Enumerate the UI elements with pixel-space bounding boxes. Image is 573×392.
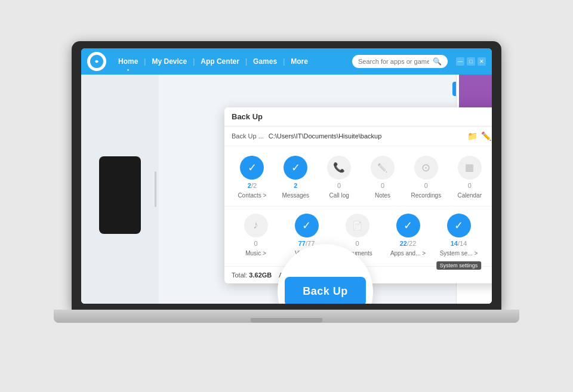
item-pictures[interactable]: ✓ 997/997 Pictures > [491, 153, 492, 201]
recordings-count: 0 [424, 182, 428, 190]
calendar-count: 0 [468, 182, 472, 190]
contacts-count: 2/2 [248, 182, 257, 190]
videos-check: ✓ [302, 219, 311, 232]
close-button[interactable]: ✕ [478, 57, 486, 66]
item-messages[interactable]: ✓ 2 Messages [274, 153, 318, 201]
doc-glyph [352, 220, 362, 231]
messages-label: Messages [282, 192, 309, 199]
disc-icon [421, 161, 430, 174]
contacts-label: Contacts > [238, 192, 266, 199]
app-topbar: Home | My Device | App Center | Games | … [81, 48, 492, 75]
notes-label: Notes [375, 192, 390, 199]
messages-icon: ✓ [284, 156, 307, 180]
path-label: Back Up ... [232, 132, 264, 140]
minimize-button[interactable]: — [456, 57, 464, 66]
item-passwordvault[interactable]: ✓ 1 Password v... [484, 211, 492, 259]
path-input[interactable] [269, 132, 463, 140]
notes-count: 0 [381, 182, 384, 190]
apps-icon: ✓ [396, 214, 420, 237]
backup-big-button[interactable]: Back Up [285, 277, 366, 304]
item-calllog[interactable]: 0 Call log [318, 153, 361, 201]
music-label: Music > [245, 250, 266, 257]
nav-home[interactable]: Home [112, 55, 144, 68]
music-count: 0 [254, 240, 257, 248]
window-controls: — □ ✕ [456, 57, 486, 66]
device-area [81, 75, 159, 304]
backup-button-container: Back Up [278, 244, 373, 304]
screen-bezel: Home | My Device | App Center | Games | … [72, 41, 501, 310]
scroll-indicator [155, 171, 156, 207]
systemsettings-count: 14/14 [451, 240, 467, 248]
systemsettings-check: ✓ [454, 219, 463, 232]
app-main: connect tem Recovery Back Up — [81, 75, 492, 304]
folder-icon[interactable]: 📁 [467, 131, 478, 141]
contacts-check: ✓ [248, 161, 257, 174]
total-label: Total: [232, 271, 247, 279]
calendar-icon-glyph: ▦ [465, 162, 474, 173]
phone-mockup [99, 156, 141, 234]
item-music[interactable]: 0 Music > [230, 211, 281, 259]
systemsettings-label: System se... > [440, 250, 478, 257]
search-input[interactable] [358, 58, 429, 65]
item-contacts[interactable]: ✓ 2/2 Contacts > [230, 153, 274, 201]
laptop-base [54, 310, 519, 323]
calllog-count: 0 [337, 182, 341, 190]
dialog-title: Back Up [232, 112, 263, 121]
music-icon [244, 214, 268, 237]
laptop-screen: Home | My Device | App Center | Games | … [81, 48, 492, 304]
apps-count: 22/22 [400, 240, 417, 248]
search-icon: 🔍 [433, 57, 442, 66]
nav-games[interactable]: Games [247, 55, 283, 68]
dialog-title-bar: Back Up — ✕ [224, 107, 492, 126]
edit-icon [377, 162, 387, 173]
maximize-button[interactable]: □ [467, 57, 475, 66]
calendar-label: Calendar [457, 192, 482, 199]
item-notes[interactable]: 0 Notes [361, 153, 405, 201]
item-recordings[interactable]: 0 Recordings [404, 153, 448, 201]
notes-icon [371, 156, 395, 180]
systemsettings-icon: ✓ [447, 214, 471, 237]
nav-items: Home | My Device | App Center | Games | … [112, 55, 314, 68]
item-calendar[interactable]: ▦ 0 Calendar [448, 153, 491, 201]
contacts-icon: ✓ [240, 156, 264, 180]
apps-check: ✓ [403, 219, 412, 232]
messages-check: ✓ [291, 161, 300, 174]
messages-count: 2 [294, 182, 297, 190]
phone-icon [333, 162, 345, 173]
content-area: connect tem Recovery Back Up — [159, 75, 492, 304]
calllog-icon [327, 156, 351, 180]
documents-icon [346, 214, 369, 237]
music-glyph [253, 219, 258, 232]
search-bar[interactable]: 🔍 [352, 55, 448, 68]
recordings-label: Recordings [411, 192, 442, 199]
item-apps[interactable]: ✓ 22/22 Apps and... > [383, 211, 433, 259]
app-logo [87, 52, 106, 71]
logo-inner [90, 55, 103, 68]
nav-more[interactable]: More [285, 55, 314, 68]
nav-mydevice[interactable]: My Device [146, 55, 193, 68]
system-settings-tooltip: System settings [436, 261, 482, 270]
nav-appcenter[interactable]: App Center [195, 55, 245, 68]
path-bar: Back Up ... 📁 ✏️ Select all [224, 126, 492, 146]
backup-circle: Back Up [278, 244, 373, 304]
calllog-label: Call log [329, 192, 349, 199]
calendar-icon: ▦ [458, 156, 482, 180]
item-systemsettings[interactable]: ✓ 14/14 System se... > System settings [433, 211, 484, 259]
path-icons: 📁 ✏️ [467, 131, 491, 141]
total-value: 3.62GB [249, 271, 272, 279]
edit-path-icon[interactable]: ✏️ [481, 131, 491, 141]
videos-icon: ✓ [295, 214, 319, 237]
apps-label: Apps and... > [390, 250, 426, 257]
recordings-icon [414, 156, 438, 180]
laptop-mockup: Home | My Device | App Center | Games | … [60, 41, 513, 351]
items-grid-row1: ✓ 2/2 Contacts > ✓ [224, 146, 492, 206]
